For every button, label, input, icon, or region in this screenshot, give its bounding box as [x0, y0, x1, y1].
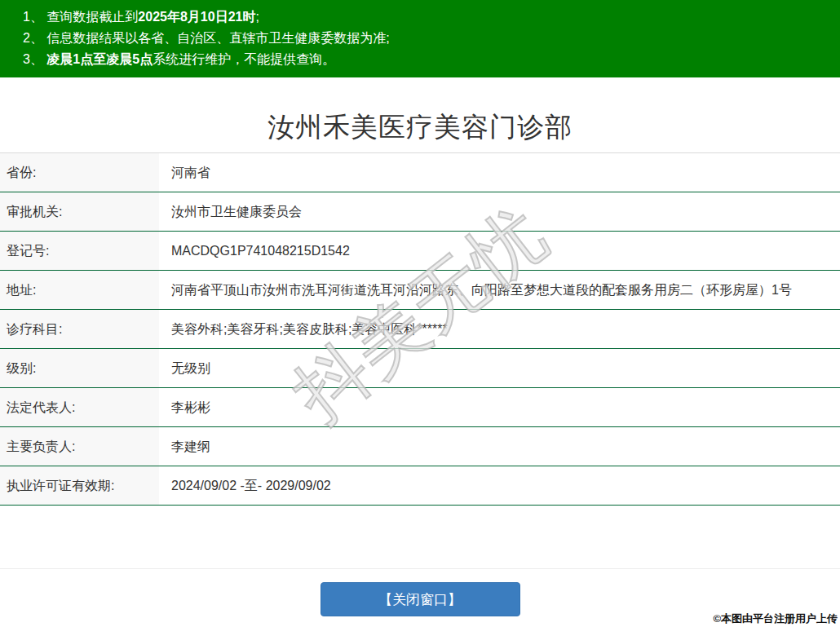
notice-1-bold: 2025年8月10日21时 [138, 10, 255, 24]
notice-bar: 1、 查询数据截止到2025年8月10日21时; 2、 信息数据结果以各省、自治… [0, 0, 840, 77]
close-window-button[interactable]: 【关闭窗口】 [321, 582, 520, 616]
page-title: 汝州禾美医疗美容门诊部 [0, 109, 840, 137]
notice-3-bold: 凌晨1点至凌晨5点 [46, 52, 153, 66]
field-value: 汝州市卫生健康委员会 [159, 192, 840, 232]
table-row: 级别:无级别 [0, 349, 840, 388]
table-row: 主要负责人:李建纲 [0, 427, 840, 466]
notice-3-suffix: 系统进行维护，不能提供查询。 [153, 52, 335, 66]
notice-item-1: 1、 查询数据截止到2025年8月10日21时; [23, 7, 832, 28]
field-label: 地址: [0, 271, 159, 310]
table-row: 审批机关:汝州市卫生健康委员会 [0, 192, 840, 232]
field-label: 级别: [0, 349, 159, 388]
field-value: 无级别 [159, 349, 840, 388]
table-row: 法定代表人:李彬彬 [0, 388, 840, 427]
field-value: 河南省平顶山市汝州市洗耳河街道洗耳河沿河路东、向阳路至梦想大道段的配套服务用房二… [159, 271, 840, 310]
table-row: 省份:河南省 [0, 153, 840, 192]
field-value: 2024/09/02 -至- 2029/09/02 [159, 466, 840, 506]
field-label: 执业许可证有效期: [0, 466, 159, 506]
notice-3-text: 3、 [23, 52, 46, 66]
field-label: 审批机关: [0, 192, 159, 232]
field-value: 河南省 [159, 153, 840, 192]
field-label: 主要负责人: [0, 427, 159, 466]
notice-item-2: 2、 信息数据结果以各省、自治区、直辖市卫生健康委数据为准; [23, 28, 832, 49]
institution-record-table: 省份:河南省审批机关:汝州市卫生健康委员会登记号:MACDQG1P7410482… [0, 152, 840, 506]
notice-1-text: 1、 查询数据截止到 [23, 10, 138, 24]
field-label: 登记号: [0, 232, 159, 271]
notice-1-suffix: ; [255, 10, 259, 24]
footer-divider [0, 568, 840, 569]
field-label: 法定代表人: [0, 388, 159, 427]
table-row: 诊疗科目:美容外科;美容牙科;美容皮肤科;美容中医科****** [0, 310, 840, 349]
table-row: 地址:河南省平顶山市汝州市洗耳河街道洗耳河沿河路东、向阳路至梦想大道段的配套服务… [0, 271, 840, 310]
notice-2-text: 2、 信息数据结果以各省、自治区、直辖市卫生健康委数据为准; [23, 31, 390, 45]
field-value: 李建纲 [159, 427, 840, 466]
field-value: 李彬彬 [159, 388, 840, 427]
field-value: MACDQG1P741048215D1542 [159, 232, 840, 271]
notice-list: 1、 查询数据截止到2025年8月10日21时; 2、 信息数据结果以各省、自治… [23, 7, 832, 70]
notice-item-3: 3、 凌晨1点至凌晨5点系统进行维护，不能提供查询。 [23, 49, 832, 70]
field-label: 省份: [0, 153, 159, 192]
field-label: 诊疗科目: [0, 310, 159, 349]
field-value: 美容外科;美容牙科;美容皮肤科;美容中医科****** [159, 310, 840, 349]
upload-credit-text: ©本图由平台注册用户上传 [713, 612, 838, 626]
table-row: 执业许可证有效期:2024/09/02 -至- 2029/09/02 [0, 466, 840, 506]
table-row: 登记号:MACDQG1P741048215D1542 [0, 232, 840, 271]
